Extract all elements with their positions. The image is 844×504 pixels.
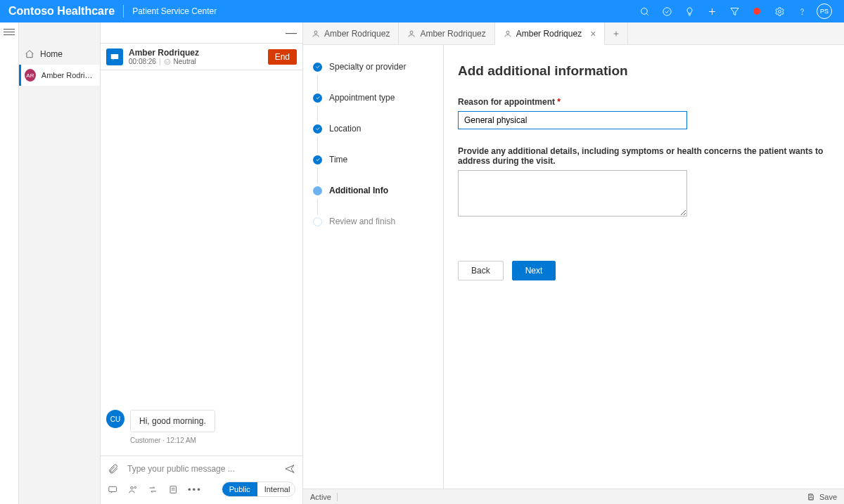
compose-row — [101, 455, 302, 474]
tab-patient-1[interactable]: Amber Rodriquez — [303, 22, 399, 44]
filter-icon[interactable] — [723, 0, 746, 22]
svg-point-15 — [134, 486, 136, 488]
settings-icon[interactable] — [768, 0, 791, 22]
global-header: Contoso Healthcare Patient Service Cente… — [0, 0, 844, 22]
brand-name: Contoso Healthcare — [8, 5, 115, 18]
send-icon[interactable] — [284, 463, 295, 474]
save-button[interactable]: Save — [807, 493, 837, 501]
transfer-icon[interactable] — [148, 484, 158, 495]
add-tab-button[interactable] — [605, 22, 628, 44]
brand-separator — [123, 5, 124, 18]
status-bar: Active Save — [303, 489, 844, 504]
svg-point-6 — [778, 10, 781, 13]
step-location[interactable]: Location — [313, 121, 433, 136]
next-button[interactable]: Next — [512, 261, 556, 280]
hamburger-icon[interactable] — [4, 27, 15, 37]
add-icon[interactable] — [701, 0, 723, 22]
visibility-public[interactable]: Public — [222, 482, 257, 496]
work-area: Amber Rodriquez Amber Rodriquez Amber Ro… — [303, 22, 844, 504]
step-additional-info[interactable]: Additional Info — [313, 183, 433, 198]
minimize-convo-icon[interactable]: — — [286, 27, 297, 39]
svg-rect-25 — [810, 497, 812, 500]
tab-strip: Amber Rodriquez Amber Rodriquez Amber Ro… — [303, 22, 844, 45]
svg-marker-5 — [730, 8, 738, 15]
app-name: Patient Service Center — [132, 6, 217, 16]
conversation-sentiment: Neutral — [174, 58, 196, 65]
svg-line-1 — [646, 13, 648, 15]
svg-point-14 — [130, 486, 133, 489]
nav-home[interactable]: Home — [19, 44, 100, 65]
consult-icon[interactable] — [128, 484, 139, 495]
more-icon[interactable]: ••• — [188, 484, 202, 495]
user-avatar[interactable]: PS — [813, 0, 836, 22]
reason-label: Reason for appointment * — [458, 97, 830, 107]
svg-point-9 — [165, 59, 170, 65]
nav-home-label: Home — [40, 49, 63, 59]
svg-point-21 — [506, 31, 509, 34]
reason-input[interactable] — [458, 111, 687, 129]
svg-rect-13 — [109, 486, 117, 491]
step-appointment-type[interactable]: Appointment type — [313, 90, 433, 105]
session-avatar: AR — [25, 69, 36, 82]
help-icon[interactable] — [791, 0, 813, 22]
mini-rail — [0, 22, 19, 504]
details-textarea[interactable] — [458, 170, 687, 217]
tab-patient-2[interactable]: Amber Rodriquez — [399, 22, 494, 44]
form-title: Add additional information — [458, 63, 830, 79]
step-time[interactable]: Time — [313, 152, 433, 167]
back-button[interactable]: Back — [458, 261, 504, 280]
attachment-icon[interactable] — [108, 463, 119, 474]
close-tab-icon[interactable]: × — [590, 28, 596, 39]
customer-message: Hi, good morning. — [130, 410, 215, 432]
svg-rect-8 — [111, 53, 119, 58]
step-specialty[interactable]: Specialty or provider — [313, 59, 433, 75]
step-review[interactable]: Review and finish — [313, 214, 433, 229]
conversation-title: Amber Rodriquez — [129, 48, 262, 58]
search-icon[interactable] — [633, 0, 656, 22]
svg-point-0 — [641, 8, 647, 14]
conversation-transcript: CU Hi, good morning. Customer · 12:12 AM — [101, 70, 302, 455]
status-active: Active — [310, 493, 331, 501]
sentiment-icon — [164, 58, 171, 65]
quick-reply-icon[interactable] — [108, 484, 118, 495]
customer-avatar: CU — [106, 410, 124, 428]
end-conversation-button[interactable]: End — [268, 49, 297, 65]
record-icon[interactable] — [746, 0, 768, 22]
form-area: Add additional information Reason for ap… — [444, 45, 844, 489]
task-icon[interactable] — [656, 0, 678, 22]
svg-rect-24 — [810, 494, 812, 496]
svg-point-7 — [802, 13, 803, 14]
compose-toolbar: ••• Public Internal — [101, 474, 302, 504]
session-name: Amber Rodriquez — [41, 71, 94, 79]
lightbulb-icon[interactable] — [678, 0, 701, 22]
svg-rect-16 — [170, 486, 176, 493]
visibility-internal[interactable]: Internal — [257, 482, 295, 496]
wizard-stepper: Specialty or provider Appointment type L… — [303, 45, 444, 489]
notes-icon[interactable] — [168, 484, 179, 495]
message-meta: Customer · 12:12 AM — [130, 437, 297, 444]
conversation-timer: 00:08:26 — [129, 58, 156, 65]
session-nav: Home AR Amber Rodriquez — [19, 22, 101, 504]
svg-point-20 — [410, 31, 413, 34]
svg-point-2 — [663, 7, 670, 15]
conversation-panel: — Amber Rodriquez 00:08:26 | Neutral End… — [101, 22, 303, 504]
tab-patient-active[interactable]: Amber Rodriquez × — [495, 22, 606, 45]
chat-channel-icon — [106, 49, 123, 65]
conversation-header: Amber Rodriquez 00:08:26 | Neutral End — [101, 44, 302, 70]
details-label: Provide any additional details, includin… — [458, 146, 830, 166]
compose-input[interactable] — [126, 463, 277, 474]
visibility-toggle[interactable]: Public Internal — [222, 482, 295, 497]
svg-point-19 — [314, 31, 317, 34]
nav-session-active[interactable]: AR Amber Rodriquez — [19, 65, 100, 86]
